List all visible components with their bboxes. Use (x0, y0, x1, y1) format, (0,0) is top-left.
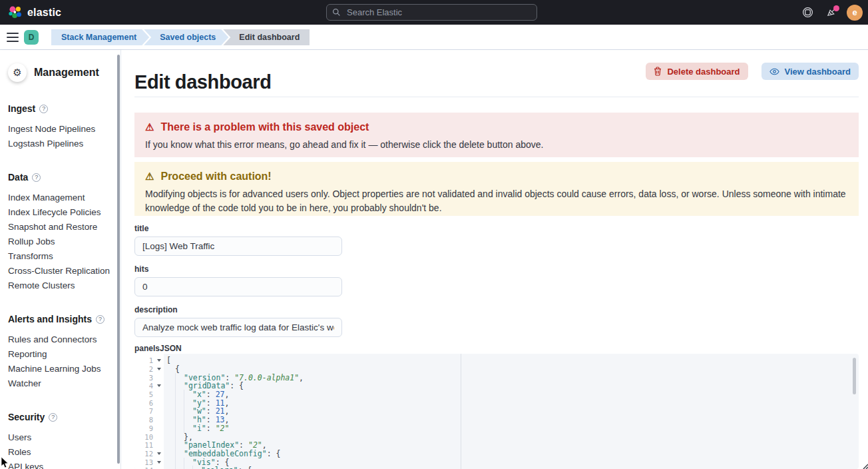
sidebar-item-watcher[interactable]: Watcher (8, 376, 112, 390)
mouse-cursor (1, 457, 9, 468)
field-label-hits: hits (134, 264, 342, 274)
header-divider (134, 97, 859, 97)
code-line: 14"colors": { (134, 466, 859, 469)
breadcrumb-bar: D Stack ManagementSaved objectsEdit dash… (0, 25, 868, 50)
line-number: 4 (134, 382, 154, 390)
help-icon[interactable]: ? (49, 413, 57, 422)
error-callout-body: If you know what this error means, go ah… (145, 138, 848, 152)
breadcrumb-saved-objects[interactable]: Saved objects (144, 29, 228, 45)
section-heading: Ingest? (8, 103, 112, 114)
newsfeed-icon[interactable] (823, 4, 840, 21)
sidebar-item-machine-learning-jobs[interactable]: Machine Learning Jobs (8, 361, 112, 376)
field-label-description: description (134, 305, 342, 314)
sidebar-item-logstash-pipelines[interactable]: Logstash Pipelines (8, 136, 112, 151)
sidebar-item-remote-clusters[interactable]: Remote Clusters (8, 278, 112, 292)
help-icon[interactable]: ? (96, 315, 105, 324)
code-line: 1[ (134, 356, 859, 365)
search-input[interactable] (345, 7, 531, 18)
error-callout-title: There is a problem with this saved objec… (160, 121, 369, 133)
indent-guide (184, 466, 192, 469)
sidebar-item-api-keys[interactable]: API keys (8, 459, 112, 469)
breadcrumb-edit-dashboard: Edit dashboard (223, 29, 310, 45)
line-number: 8 (134, 416, 154, 424)
sidebar-header: ⚙ Management (8, 63, 112, 82)
sidebar-item-cross-cluster-replication[interactable]: Cross-Cluster Replication (8, 263, 112, 278)
code-line: 5"x": 27, (134, 390, 859, 399)
fold-caret-icon[interactable] (157, 359, 161, 362)
warning-callout-title: Proceed with caution! (160, 171, 271, 183)
sidebar-section-data: Data?Index ManagementIndex Lifecycle Pol… (8, 172, 112, 292)
section-heading: Data? (8, 172, 112, 183)
sidebar-title: Management (34, 67, 99, 79)
sidebar-item-snapshot-and-restore[interactable]: Snapshot and Restore (8, 219, 112, 234)
space-badge[interactable]: D (24, 30, 39, 45)
section-heading: Security? (8, 412, 112, 422)
breadcrumb: Stack ManagementSaved objectsEdit dashbo… (51, 29, 310, 45)
global-search[interactable] (326, 4, 537, 21)
field-input-description[interactable] (134, 318, 342, 337)
code-line: 10}, (134, 432, 859, 441)
fold-caret-icon[interactable] (157, 452, 161, 455)
code-line: 11"panelIndex": "2", (134, 441, 859, 450)
line-number: 5 (134, 390, 154, 398)
line-number: 13 (134, 458, 154, 466)
view-dashboard-label: View dashboard (785, 67, 851, 77)
code-line: 6"y": 11, (134, 398, 859, 407)
sidebar-scrollbar[interactable] (117, 55, 120, 464)
field-label-title: title (134, 224, 342, 233)
sidebar-item-reporting[interactable]: Reporting (8, 346, 112, 361)
code-line: 7"w": 21, (134, 407, 859, 416)
deployment-icon[interactable] (799, 4, 816, 21)
indent-guide (175, 466, 184, 469)
brand-label: elastic (27, 7, 61, 19)
line-number: 11 (134, 441, 154, 449)
breadcrumb-stack-management[interactable]: Stack Management (51, 29, 149, 45)
fold-caret-icon[interactable] (157, 461, 161, 464)
indent-guide (192, 466, 201, 469)
elastic-brand[interactable]: elastic (0, 5, 61, 19)
fold-caret-icon[interactable] (157, 368, 161, 370)
top-navigation-bar: elastic e (0, 0, 868, 25)
page-title: Edit dashboard (134, 71, 271, 93)
sidebar-section-alerts-and-insights: Alerts and Insights?Rules and Connectors… (8, 314, 112, 390)
sidebar-item-roles[interactable]: Roles (8, 444, 112, 459)
saved-object-form: titlehitsdescription (134, 224, 342, 346)
section-heading: Alerts and Insights? (8, 314, 112, 324)
sidebar-item-index-lifecycle-policies[interactable]: Index Lifecycle Policies (8, 205, 112, 219)
view-dashboard-button[interactable]: View dashboard (761, 63, 859, 80)
panels-json-editor[interactable]: 1[2{3"version": "7.0.0-alpha1",4"gridDat… (134, 354, 859, 469)
sidebar-item-rollup-jobs[interactable]: Rollup Jobs (8, 234, 112, 248)
main-content: Edit dashboard Delete dashboard View das… (121, 50, 868, 469)
sidebar-item-ingest-node-pipelines[interactable]: Ingest Node Pipelines (8, 121, 112, 136)
sidebar-section-ingest: Ingest?Ingest Node PipelinesLogstash Pip… (8, 103, 112, 151)
line-number: 1 (134, 356, 154, 364)
sidebar-item-transforms[interactable]: Transforms (8, 248, 112, 263)
line-number: 7 (134, 407, 154, 415)
trash-icon (654, 67, 662, 76)
warning-triangle-icon: ⚠ (145, 171, 154, 183)
warning-callout-body: Modifying objects is for advanced users … (145, 187, 848, 215)
code-line: 2{ (134, 365, 859, 374)
error-callout: ⚠ There is a problem with this saved obj… (134, 113, 859, 157)
fold-caret-icon[interactable] (157, 384, 161, 387)
sidebar-item-rules-and-connectors[interactable]: Rules and Connectors (8, 332, 112, 346)
elastic-logo-icon (8, 5, 22, 19)
code-line: 4"gridData": { (134, 382, 859, 390)
line-number: 10 (134, 433, 154, 441)
resize-grip-icon[interactable] (862, 463, 868, 469)
field-input-hits[interactable] (134, 277, 342, 296)
editor-scrollbar[interactable] (853, 358, 856, 394)
delete-dashboard-button[interactable]: Delete dashboard (646, 63, 748, 80)
line-number: 9 (134, 424, 154, 432)
menu-icon[interactable] (7, 33, 19, 42)
help-icon[interactable]: ? (32, 173, 41, 182)
sidebar-item-users[interactable]: Users (8, 430, 112, 444)
line-number: 12 (134, 450, 154, 458)
panels-json-label: panelsJSON (134, 344, 182, 353)
warning-triangle-icon: ⚠ (145, 121, 154, 133)
code-line: 13"vis": { (134, 458, 859, 466)
user-avatar[interactable]: e (847, 5, 863, 21)
help-icon[interactable]: ? (39, 105, 48, 113)
sidebar-item-index-management[interactable]: Index Management (8, 190, 112, 205)
field-input-title[interactable] (134, 236, 342, 256)
